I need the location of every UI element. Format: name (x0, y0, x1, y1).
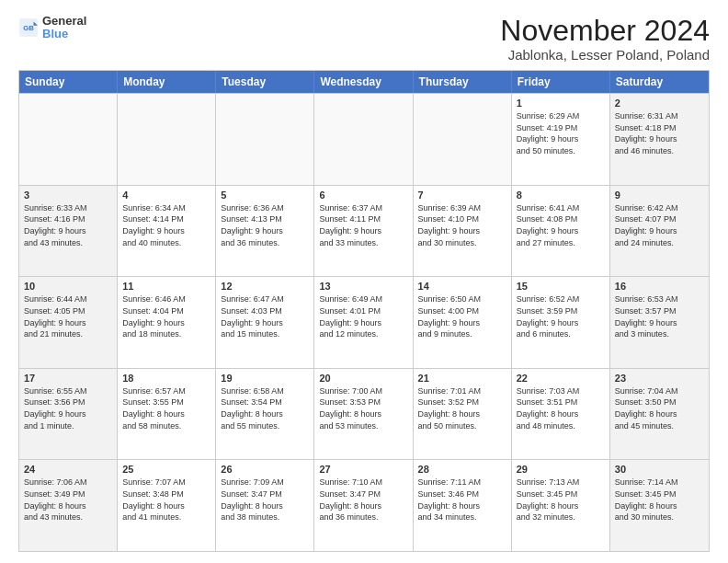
day-number: 5 (221, 190, 309, 201)
cal-cell: 7Sunrise: 6:39 AM Sunset: 4:10 PM Daylig… (414, 186, 512, 277)
cal-cell: 19Sunrise: 6:58 AM Sunset: 3:54 PM Dayli… (216, 369, 314, 460)
cal-week-2: 3Sunrise: 6:33 AM Sunset: 4:16 PM Daylig… (19, 185, 709, 277)
logo: GB General Blue (18, 15, 86, 41)
day-info: Sunrise: 7:09 AM Sunset: 3:47 PM Dayligh… (221, 477, 309, 523)
calendar-body: 1Sunrise: 6:29 AM Sunset: 4:19 PM Daylig… (19, 93, 709, 551)
day-info: Sunrise: 6:42 AM Sunset: 4:07 PM Dayligh… (615, 202, 704, 248)
cal-week-5: 24Sunrise: 7:06 AM Sunset: 3:49 PM Dayli… (19, 459, 709, 551)
day-info: Sunrise: 6:50 AM Sunset: 4:00 PM Dayligh… (418, 293, 506, 339)
day-info: Sunrise: 6:37 AM Sunset: 4:11 PM Dayligh… (319, 202, 407, 248)
cal-cell: 22Sunrise: 7:03 AM Sunset: 3:51 PM Dayli… (512, 369, 610, 460)
day-number: 16 (615, 281, 704, 292)
cal-header-monday: Monday (118, 71, 216, 93)
cal-header-sunday: Sunday (19, 71, 118, 93)
day-number: 21 (418, 373, 506, 384)
day-info: Sunrise: 7:07 AM Sunset: 3:48 PM Dayligh… (122, 477, 210, 523)
day-info: Sunrise: 6:39 AM Sunset: 4:10 PM Dayligh… (418, 202, 506, 248)
svg-text:GB: GB (23, 25, 34, 33)
day-info: Sunrise: 6:33 AM Sunset: 4:16 PM Dayligh… (24, 202, 112, 248)
cal-cell: 17Sunrise: 6:55 AM Sunset: 3:56 PM Dayli… (19, 369, 118, 460)
day-info: Sunrise: 6:55 AM Sunset: 3:56 PM Dayligh… (24, 385, 112, 431)
day-number: 6 (319, 190, 407, 201)
cal-cell: 15Sunrise: 6:52 AM Sunset: 3:59 PM Dayli… (512, 277, 610, 368)
day-number: 3 (24, 190, 112, 201)
cal-cell: 28Sunrise: 7:11 AM Sunset: 3:46 PM Dayli… (414, 460, 512, 551)
cal-header-saturday: Saturday (610, 71, 709, 93)
day-number: 30 (615, 464, 704, 475)
cal-week-1: 1Sunrise: 6:29 AM Sunset: 4:19 PM Daylig… (19, 93, 709, 185)
day-number: 22 (517, 373, 605, 384)
cal-week-4: 17Sunrise: 6:55 AM Sunset: 3:56 PM Dayli… (19, 368, 709, 460)
cal-cell: 26Sunrise: 7:09 AM Sunset: 3:47 PM Dayli… (216, 460, 314, 551)
day-info: Sunrise: 6:47 AM Sunset: 4:03 PM Dayligh… (221, 293, 309, 339)
day-number: 17 (24, 373, 112, 384)
day-number: 9 (615, 190, 704, 201)
day-info: Sunrise: 7:04 AM Sunset: 3:50 PM Dayligh… (615, 385, 704, 431)
cal-cell: 1Sunrise: 6:29 AM Sunset: 4:19 PM Daylig… (512, 94, 610, 185)
day-number: 13 (319, 281, 407, 292)
day-number: 12 (221, 281, 309, 292)
cal-cell: 16Sunrise: 6:53 AM Sunset: 3:57 PM Dayli… (610, 277, 709, 368)
day-info: Sunrise: 7:06 AM Sunset: 3:49 PM Dayligh… (24, 477, 112, 523)
day-info: Sunrise: 6:46 AM Sunset: 4:04 PM Dayligh… (122, 293, 210, 339)
cal-cell: 2Sunrise: 6:31 AM Sunset: 4:18 PM Daylig… (610, 94, 709, 185)
day-info: Sunrise: 6:36 AM Sunset: 4:13 PM Dayligh… (221, 202, 309, 248)
header: GB General Blue November 2024 Jablonka, … (18, 15, 710, 63)
main-title: November 2024 (500, 15, 710, 47)
day-number: 20 (319, 373, 407, 384)
day-info: Sunrise: 7:11 AM Sunset: 3:46 PM Dayligh… (418, 477, 506, 523)
day-number: 29 (517, 464, 605, 475)
day-number: 27 (319, 464, 407, 475)
cal-header-friday: Friday (512, 71, 610, 93)
day-info: Sunrise: 6:58 AM Sunset: 3:54 PM Dayligh… (221, 385, 309, 431)
day-number: 11 (122, 281, 210, 292)
cal-cell (314, 94, 413, 185)
day-number: 28 (418, 464, 506, 475)
day-info: Sunrise: 7:13 AM Sunset: 3:45 PM Dayligh… (517, 477, 605, 523)
cal-cell: 11Sunrise: 6:46 AM Sunset: 4:04 PM Dayli… (118, 277, 216, 368)
day-number: 24 (24, 464, 112, 475)
day-info: Sunrise: 7:01 AM Sunset: 3:52 PM Dayligh… (418, 385, 506, 431)
cal-header-wednesday: Wednesday (314, 71, 413, 93)
calendar-header: SundayMondayTuesdayWednesdayThursdayFrid… (19, 71, 709, 93)
day-number: 25 (122, 464, 210, 475)
cal-cell: 20Sunrise: 7:00 AM Sunset: 3:53 PM Dayli… (314, 369, 413, 460)
cal-cell: 4Sunrise: 6:34 AM Sunset: 4:14 PM Daylig… (118, 186, 216, 277)
day-info: Sunrise: 7:10 AM Sunset: 3:47 PM Dayligh… (319, 477, 407, 523)
cal-week-3: 10Sunrise: 6:44 AM Sunset: 4:05 PM Dayli… (19, 276, 709, 368)
cal-cell: 25Sunrise: 7:07 AM Sunset: 3:48 PM Dayli… (118, 460, 216, 551)
cal-cell (19, 94, 118, 185)
cal-header-tuesday: Tuesday (216, 71, 314, 93)
day-info: Sunrise: 6:53 AM Sunset: 3:57 PM Dayligh… (615, 293, 704, 339)
day-number: 23 (615, 373, 704, 384)
cal-cell: 23Sunrise: 7:04 AM Sunset: 3:50 PM Dayli… (610, 369, 709, 460)
cal-header-thursday: Thursday (414, 71, 512, 93)
day-number: 15 (517, 281, 605, 292)
cal-cell: 12Sunrise: 6:47 AM Sunset: 4:03 PM Dayli… (216, 277, 314, 368)
cal-cell: 27Sunrise: 7:10 AM Sunset: 3:47 PM Dayli… (314, 460, 413, 551)
day-number: 1 (517, 98, 605, 109)
page: GB General Blue November 2024 Jablonka, … (0, 0, 728, 563)
day-info: Sunrise: 7:03 AM Sunset: 3:51 PM Dayligh… (517, 385, 605, 431)
day-info: Sunrise: 6:52 AM Sunset: 3:59 PM Dayligh… (517, 293, 605, 339)
day-info: Sunrise: 6:57 AM Sunset: 3:55 PM Dayligh… (122, 385, 210, 431)
cal-cell (216, 94, 314, 185)
cal-cell: 14Sunrise: 6:50 AM Sunset: 4:00 PM Dayli… (414, 277, 512, 368)
day-info: Sunrise: 7:00 AM Sunset: 3:53 PM Dayligh… (319, 385, 407, 431)
day-info: Sunrise: 6:34 AM Sunset: 4:14 PM Dayligh… (122, 202, 210, 248)
calendar: SundayMondayTuesdayWednesdayThursdayFrid… (18, 70, 710, 552)
day-number: 8 (517, 190, 605, 201)
cal-cell: 29Sunrise: 7:13 AM Sunset: 3:45 PM Dayli… (512, 460, 610, 551)
day-info: Sunrise: 6:49 AM Sunset: 4:01 PM Dayligh… (319, 293, 407, 339)
title-area: November 2024 Jablonka, Lesser Poland, P… (500, 15, 710, 63)
logo-icon: GB (18, 17, 39, 38)
cal-cell: 21Sunrise: 7:01 AM Sunset: 3:52 PM Dayli… (414, 369, 512, 460)
day-info: Sunrise: 6:41 AM Sunset: 4:08 PM Dayligh… (517, 202, 605, 248)
cal-cell: 5Sunrise: 6:36 AM Sunset: 4:13 PM Daylig… (216, 186, 314, 277)
cal-cell: 6Sunrise: 6:37 AM Sunset: 4:11 PM Daylig… (314, 186, 413, 277)
day-info: Sunrise: 6:29 AM Sunset: 4:19 PM Dayligh… (517, 110, 605, 156)
day-info: Sunrise: 6:44 AM Sunset: 4:05 PM Dayligh… (24, 293, 112, 339)
day-number: 2 (615, 98, 704, 109)
day-number: 19 (221, 373, 309, 384)
subtitle: Jablonka, Lesser Poland, Poland (500, 47, 710, 63)
